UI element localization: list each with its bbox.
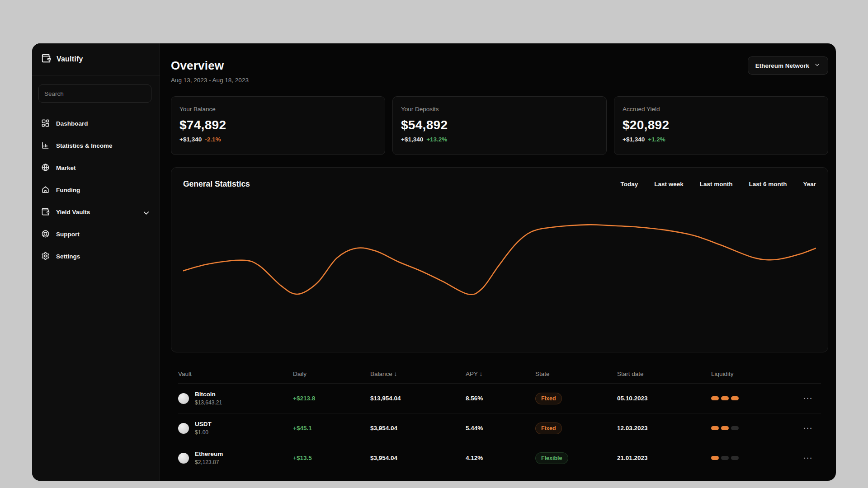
sidebar-item-support[interactable]: Support	[32, 223, 160, 245]
page-title: Overview	[171, 59, 828, 73]
state-badge: Fixed	[535, 422, 562, 434]
col-apy-sort[interactable]: APY ↓	[466, 371, 535, 377]
sidebar-item-statistics-income[interactable]: Statistics & Income	[32, 135, 160, 157]
stat-card-change: +$1,340	[401, 136, 423, 143]
start-date: 21.01.2023	[617, 455, 711, 461]
search-input[interactable]	[38, 84, 151, 103]
vault-name: Ethereum	[195, 450, 223, 457]
stat-cards: Your Balance $74,892 +$1,340 -2.1% Your …	[171, 96, 828, 155]
app-title: Vaultify	[57, 55, 83, 63]
balance-value: $3,954.04	[370, 455, 466, 461]
logo: Vaultify	[32, 43, 160, 75]
stat-card-yield: Accrued Yield $20,892 +$1,340 +1.2%	[614, 96, 828, 155]
sidebar-item-market[interactable]: Market	[32, 157, 160, 179]
sidebar-item-label: Support	[56, 231, 80, 238]
start-date: 12.03.2023	[617, 425, 711, 432]
col-daily[interactable]: Daily	[293, 371, 370, 377]
home-icon	[41, 185, 50, 195]
vault-name: Bitcoin	[195, 391, 222, 398]
apy-value: 8.56%	[466, 395, 535, 402]
balance-value: $3,954.04	[370, 425, 466, 432]
vault-price: $1.00	[195, 429, 212, 436]
sidebar-item-funding[interactable]: Funding	[32, 179, 160, 201]
stat-card-change-pct: +13.2%	[426, 136, 447, 143]
vault-price: $2,123.87	[195, 459, 223, 465]
stat-card-label: Your Deposits	[401, 106, 598, 113]
general-statistics-card: General Statistics Today Last week Last …	[171, 167, 828, 352]
sidebar: Vaultify Dashboard Statistics & Income M…	[32, 43, 160, 481]
sidebar-nav: Dashboard Statistics & Income Market Fun…	[32, 113, 160, 267]
stat-card-label: Your Balance	[179, 106, 377, 113]
state-badge: Flexible	[535, 452, 568, 464]
statistics-title: General Statistics	[183, 179, 250, 189]
main-content: Overview Aug 13, 2023 - Aug 18, 2023 Eth…	[160, 43, 836, 481]
stat-card-label: Accrued Yield	[623, 106, 820, 113]
stat-card-change: +$1,340	[179, 136, 202, 143]
sidebar-item-settings[interactable]: Settings	[32, 245, 160, 267]
apy-value: 5.44%	[466, 425, 535, 432]
stat-card-value: $54,892	[401, 118, 598, 132]
col-balance-sort[interactable]: Balance ↓	[370, 371, 466, 377]
table-row-bitcoin[interactable]: Bitcoin $13,643.21 +$213.8 $13,954.04 8.…	[178, 383, 821, 413]
state-badge: Fixed	[535, 393, 562, 404]
daily-change: +$213.8	[293, 395, 370, 402]
filter-last-month[interactable]: Last month	[700, 181, 733, 188]
statistics-line-chart	[183, 203, 816, 346]
bar-chart-icon	[41, 141, 50, 151]
vault-name: USDT	[195, 421, 212, 427]
col-vault[interactable]: Vault	[178, 371, 293, 377]
search-box	[38, 84, 151, 103]
lifebuoy-icon	[41, 230, 50, 239]
col-liquidity[interactable]: Liquidity	[711, 371, 796, 377]
sidebar-item-dashboard[interactable]: Dashboard	[32, 113, 160, 135]
app-window: Vaultify Dashboard Statistics & Income M…	[32, 43, 836, 481]
col-start-date[interactable]: Start date	[617, 371, 711, 377]
liquidity-indicator	[711, 426, 796, 430]
table-row-ethereum[interactable]: Ethereum $2,123.87 +$13.5 $3,954.04 4.12…	[178, 443, 821, 473]
daily-change: +$13.5	[293, 455, 370, 461]
liquidity-indicator	[711, 456, 796, 460]
dashboard-grid-icon	[41, 119, 50, 129]
stat-card-change-pct: +1.2%	[648, 136, 665, 143]
row-menu-button[interactable]: ···	[796, 394, 821, 402]
bitcoin-token-icon	[178, 393, 189, 404]
filter-last-6-month[interactable]: Last 6 month	[749, 181, 787, 188]
vaults-table: Vault Daily Balance ↓ APY ↓ State Start …	[171, 364, 828, 473]
row-menu-button[interactable]: ···	[796, 424, 821, 432]
usdt-token-icon	[178, 423, 189, 434]
stat-card-balance: Your Balance $74,892 +$1,340 -2.1%	[171, 96, 385, 155]
liquidity-indicator	[711, 396, 796, 400]
chevron-down-icon[interactable]	[142, 209, 149, 216]
daily-change: +$45.1	[293, 425, 370, 432]
stat-card-change-pct: -2.1%	[205, 136, 221, 143]
network-selector-button[interactable]: Ethereum Network	[748, 56, 828, 75]
sidebar-item-label: Funding	[56, 187, 80, 193]
sidebar-item-label: Statistics & Income	[56, 142, 113, 149]
network-selector-label: Ethereum Network	[755, 62, 809, 69]
wallet-icon	[41, 207, 50, 217]
sidebar-item-label: Market	[56, 164, 76, 171]
table-header: Vault Daily Balance ↓ APY ↓ State Start …	[178, 364, 821, 383]
apy-value: 4.12%	[466, 455, 535, 461]
col-state[interactable]: State	[535, 371, 617, 377]
sidebar-item-label: Settings	[56, 253, 80, 260]
gear-icon	[41, 252, 50, 262]
time-filters: Today Last week Last month Last 6 month …	[620, 181, 816, 188]
sidebar-item-label: Yield Vaults	[56, 209, 90, 216]
chevron-down-icon	[814, 61, 821, 70]
stat-card-value: $74,892	[179, 118, 377, 132]
row-menu-button[interactable]: ···	[796, 454, 821, 462]
sidebar-item-label: Dashboard	[56, 120, 88, 127]
wallet-logo-icon	[41, 53, 51, 65]
ethereum-token-icon	[178, 453, 189, 464]
sidebar-item-yield-vaults[interactable]: Yield Vaults	[32, 201, 160, 223]
filter-year[interactable]: Year	[803, 181, 816, 188]
page-header: Overview Aug 13, 2023 - Aug 18, 2023 Eth…	[171, 59, 828, 84]
stat-card-value: $20,892	[623, 118, 820, 132]
filter-last-week[interactable]: Last week	[654, 181, 684, 188]
stat-card-deposits: Your Deposits $54,892 +$1,340 +13.2%	[392, 96, 607, 155]
table-row-usdt[interactable]: USDT $1.00 +$45.1 $3,954.04 5.44% Fixed …	[178, 413, 821, 443]
balance-value: $13,954.04	[370, 395, 466, 402]
date-range: Aug 13, 2023 - Aug 18, 2023	[171, 77, 828, 84]
filter-today[interactable]: Today	[620, 181, 638, 188]
